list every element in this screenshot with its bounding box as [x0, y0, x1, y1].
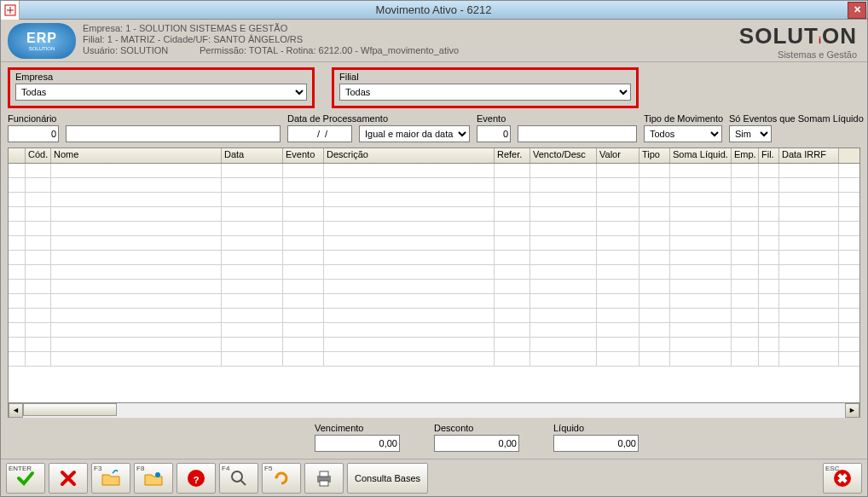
data-proc-input[interactable] [287, 125, 352, 142]
table-row[interactable] [9, 309, 859, 323]
scroll-thumb[interactable] [23, 403, 117, 416]
table-cell [732, 280, 759, 294]
delete-button[interactable] [49, 463, 88, 494]
table-row[interactable] [9, 323, 859, 338]
grid-col-header[interactable]: Vencto/Desc [530, 148, 597, 163]
help-button[interactable]: ? [176, 463, 216, 494]
grid-body[interactable] [9, 164, 859, 402]
empresa-select[interactable]: Todas [15, 84, 307, 101]
grid-col-header[interactable]: Nome [51, 148, 222, 163]
main-pane: Empresa Todas Filial Todas Funcionário D… [1, 62, 867, 459]
table-cell [26, 251, 51, 265]
evento-name[interactable] [518, 125, 637, 142]
data-cond-select[interactable]: Igual e maior da data [359, 125, 470, 142]
table-row[interactable] [9, 352, 859, 367]
open-button[interactable]: F3 [91, 463, 130, 494]
grid-col-header[interactable]: Tipo [639, 148, 670, 163]
scroll-left-button[interactable]: ◄ [9, 403, 23, 418]
table-cell [495, 338, 530, 352]
so-ev-label: Só Eventos que Somam Líquido [729, 113, 772, 124]
table-cell [495, 164, 530, 178]
close-button[interactable]: ✕ [848, 2, 866, 19]
grid-col-header[interactable]: Data [222, 148, 283, 163]
app-icon [1, 1, 20, 20]
scroll-right-button[interactable]: ► [845, 403, 859, 418]
table-cell [530, 323, 597, 338]
table-cell [283, 280, 324, 294]
table-cell [283, 193, 324, 207]
save-button[interactable]: F8 [134, 463, 173, 494]
table-cell [597, 178, 639, 193]
table-row[interactable] [9, 164, 859, 178]
grid-col-header[interactable]: Valor [597, 148, 639, 163]
table-cell [283, 323, 324, 338]
grid-hscroll[interactable]: ◄ ► [9, 402, 859, 417]
esc-button[interactable]: ESC [823, 463, 862, 494]
funcionario-code[interactable] [8, 125, 59, 142]
grid-col-header[interactable]: Refer. [495, 148, 530, 163]
table-cell [732, 236, 759, 251]
table-cell [26, 323, 51, 338]
table-row[interactable] [9, 207, 859, 222]
grid-col-header[interactable]: Descrição [324, 148, 495, 163]
grid-col-header[interactable]: Soma Líquid. [670, 148, 732, 163]
table-cell [9, 164, 26, 178]
table-cell [324, 265, 495, 280]
grid-header: Cód.NomeDataEventoDescriçãoRefer.Vencto/… [9, 148, 859, 164]
funcionario-name[interactable] [66, 125, 281, 142]
table-cell [597, 265, 639, 280]
table-cell [597, 352, 639, 367]
table-cell [222, 236, 283, 251]
table-cell [495, 178, 530, 193]
table-cell [26, 193, 51, 207]
grid-col-header[interactable]: Emp. [732, 148, 759, 163]
table-cell [26, 265, 51, 280]
table-cell [530, 178, 597, 193]
grid-col-header[interactable]: Evento [283, 148, 324, 163]
grid-col-header[interactable]: Fil. [759, 148, 779, 163]
evento-code[interactable] [477, 125, 511, 142]
table-cell [759, 309, 779, 323]
table-cell [495, 222, 530, 236]
table-row[interactable] [9, 236, 859, 251]
table-cell [670, 309, 732, 323]
table-row[interactable] [9, 222, 859, 236]
enter-button[interactable]: ENTER [6, 463, 45, 494]
table-cell [670, 207, 732, 222]
tipo-mov-select[interactable]: Todos [644, 125, 722, 142]
table-cell [495, 236, 530, 251]
table-cell [222, 164, 283, 178]
refresh-button[interactable]: F5 [262, 463, 301, 494]
so-ev-select[interactable]: Sim [729, 125, 772, 142]
table-cell [530, 222, 597, 236]
table-row[interactable] [9, 280, 859, 294]
table-cell [495, 251, 530, 265]
grid-col-header[interactable]: Cód. [26, 148, 51, 163]
table-cell [26, 164, 51, 178]
table-cell [324, 251, 495, 265]
search-button[interactable]: F4 [219, 463, 258, 494]
table-row[interactable] [9, 193, 859, 207]
table-cell [9, 178, 26, 193]
data-grid[interactable]: Cód.NomeDataEventoDescriçãoRefer.Vencto/… [8, 147, 860, 418]
table-row[interactable] [9, 251, 859, 265]
table-cell [51, 251, 222, 265]
table-cell [759, 280, 779, 294]
table-cell [26, 222, 51, 236]
titlebar: Movimento Ativo - 6212 ✕ [1, 1, 867, 20]
table-cell [670, 193, 732, 207]
table-row[interactable] [9, 265, 859, 280]
table-cell [732, 309, 759, 323]
table-row[interactable] [9, 178, 859, 193]
scroll-track[interactable] [23, 403, 845, 418]
table-cell [759, 323, 779, 338]
print-button[interactable] [304, 463, 344, 494]
filial-select[interactable]: Todas [339, 84, 631, 101]
table-cell [639, 164, 670, 178]
table-row[interactable] [9, 338, 859, 352]
consulta-bases-button[interactable]: Consulta Bases [347, 463, 428, 494]
grid-col-header[interactable] [9, 148, 26, 163]
table-cell [495, 309, 530, 323]
grid-col-header[interactable]: Data IRRF [779, 148, 839, 163]
table-row[interactable] [9, 294, 859, 309]
